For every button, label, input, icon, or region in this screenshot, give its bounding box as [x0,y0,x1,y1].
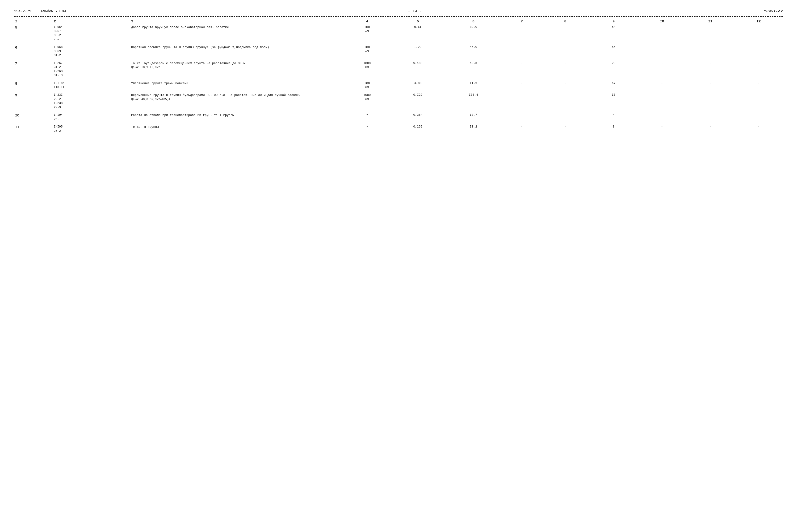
row-col-8: - [541,44,590,58]
table-row: 9I-23I29-2I-23829-9Перемещение грунта П … [14,92,783,110]
row-number: II [14,124,53,134]
row-col-6: 46,0 [445,44,503,58]
row-col-9: 56 [590,44,638,58]
row-col-10: - [638,124,686,134]
row-col-9: 54 [590,24,638,43]
row-col-6: I0,7 [445,112,503,122]
row-codes: I-23I29-2I-23829-9 [53,92,130,110]
row-col-11: - [686,124,735,134]
column-header-row: I 2 3 4 5 6 7 8 9 IO II I2 [14,19,783,24]
row-col-5: 0,I22 [391,92,444,110]
row-col-6: II,6 [445,80,503,91]
row-col-11: - [686,112,735,122]
row-codes: I-2573I-2I-2683I-I3 [53,60,130,78]
row-col-9: 3 [590,124,638,134]
row-col-6: 40,5 [445,60,503,78]
row-codes: I-9543.6780-2т.ч. [53,24,130,43]
album-title: Альбом УП.84 [41,10,66,14]
row-col-6: 89,0 [445,24,503,43]
row-col-10: - [638,60,686,78]
spacer-row [14,58,783,60]
col-header-4: 4 [343,19,391,24]
row-col-7: - [503,44,541,58]
row-unit: I00м3 [343,80,391,91]
row-col-12: - [735,24,783,43]
main-table: I 2 3 4 5 6 7 8 9 IO II I2 5I-9543.6780-… [14,19,783,136]
spacer-row [14,122,783,124]
row-col-7: - [503,112,541,122]
row-description: Работа на отвале при транспортировании г… [130,112,343,122]
table-row: IOI-I9425-IРабота на отвале при транспор… [14,112,783,122]
header-left: 294-2-71 Альбом УП.84 [14,10,66,14]
row-col-8: - [541,124,590,134]
spacer-row [14,42,783,44]
row-col-8: - [541,80,590,91]
row-col-10: - [638,80,686,91]
table-row: 8I-II85II8-IIУплотнение грунта трам- бов… [14,80,783,91]
row-number: IO [14,112,53,122]
row-col-9: I3 [590,92,638,110]
col-header-8: 8 [541,19,590,24]
row-col-5: 0,6I [391,24,444,43]
col-header-5: 5 [391,19,444,24]
row-unit: I000м3 [343,92,391,110]
row-col-11: - [686,44,735,58]
row-col-10: - [638,112,686,122]
row-col-8: - [541,60,590,78]
col-header-11: II [686,19,735,24]
row-number: 6 [14,44,53,58]
col-header-2: 2 [53,19,130,24]
row-col-5: 0,364 [391,112,444,122]
table-row: 7I-2573I-2I-2683I-I3То же, бульдозером с… [14,60,783,78]
row-col-10: - [638,24,686,43]
row-codes: I-II85II8-II [53,80,130,91]
row-col-7: - [503,80,541,91]
spacer-row [14,90,783,92]
row-number: 7 [14,60,53,78]
row-codes: I-9683.698I-2 [53,44,130,58]
col-header-7: 7 [503,19,541,24]
row-unit: I00м3 [343,24,391,43]
col-header-3: 3 [130,19,343,24]
row-col-7: - [503,60,541,78]
spacer-row [14,110,783,112]
row-col-12: - [735,60,783,78]
row-unit: " [343,124,391,134]
col-header-6: 6 [445,19,503,24]
col-header-1: I [14,19,53,24]
page-number: - I4 - [408,10,422,14]
row-number: 8 [14,80,53,91]
top-divider [14,16,783,17]
row-col-11: - [686,92,735,110]
row-col-7: - [503,24,541,43]
row-col-6: I05,4 [445,92,503,110]
row-description: То же, П группы [130,124,343,134]
row-unit: I00м3 [343,44,391,58]
col-header-12: I2 [735,19,783,24]
row-unit: I000м3 [343,60,391,78]
main-table-container: I 2 3 4 5 6 7 8 9 IO II I2 5I-9543.6780-… [14,19,783,136]
row-col-9: 20 [590,60,638,78]
row-number: 9 [14,92,53,110]
row-col-5: 4,88 [391,80,444,91]
row-col-12: - [735,112,783,122]
row-col-5: I,22 [391,44,444,58]
col-header-9: 9 [590,19,638,24]
row-col-5: 0,252 [391,124,444,134]
row-col-12: - [735,124,783,134]
row-codes: I-I9425-I [53,112,130,122]
row-col-11: - [686,24,735,43]
row-description: То же, бульдозером с перемещением грунта… [130,60,343,78]
row-description: Уплотнение грунта трам- бовками [130,80,343,91]
col-header-10: IO [638,19,686,24]
spacer-row [14,78,783,80]
row-number: 5 [14,24,53,43]
table-row: III-I9525-2То же, П группы"0,252I3,2--3-… [14,124,783,134]
table-row: 5I-9543.6780-2т.ч.Добор грунта вручную п… [14,24,783,43]
row-description: Перемещение грунта П группы бульдозерами… [130,92,343,110]
row-description: Обратная засыпка грун- та П группы вручн… [130,44,343,58]
row-col-12: - [735,80,783,91]
row-col-8: - [541,24,590,43]
row-col-10: - [638,92,686,110]
row-description: Добор грунта вручную после экскаваторной… [130,24,343,43]
